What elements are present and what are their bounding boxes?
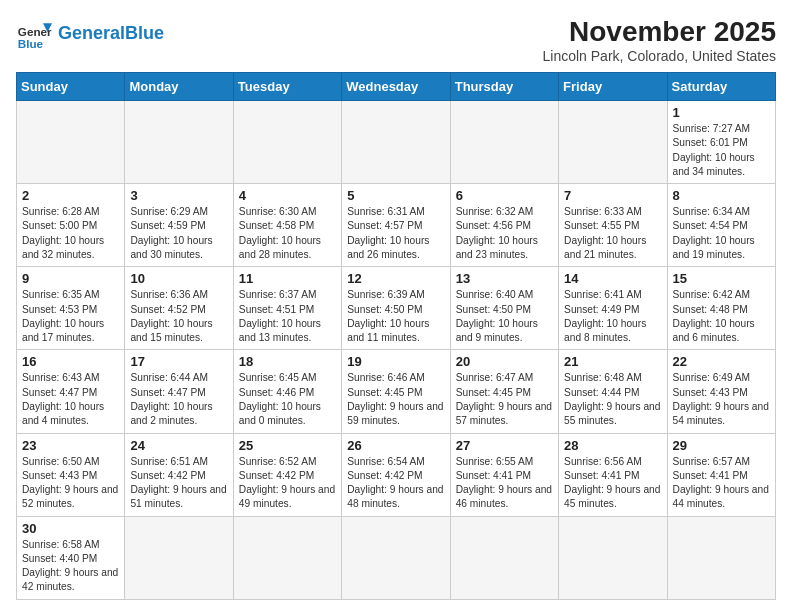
month-title: November 2025 — [543, 16, 776, 48]
day-cell: 12Sunrise: 6:39 AM Sunset: 4:50 PM Dayli… — [342, 267, 450, 350]
day-info: Sunrise: 6:34 AM Sunset: 4:54 PM Dayligh… — [673, 205, 770, 262]
day-info: Sunrise: 6:49 AM Sunset: 4:43 PM Dayligh… — [673, 371, 770, 428]
logo-icon: General Blue — [16, 16, 52, 52]
day-number: 30 — [22, 521, 119, 536]
day-cell: 19Sunrise: 6:46 AM Sunset: 4:45 PM Dayli… — [342, 350, 450, 433]
day-info: Sunrise: 6:31 AM Sunset: 4:57 PM Dayligh… — [347, 205, 444, 262]
page-header: General Blue GeneralBlue November 2025 L… — [16, 16, 776, 64]
column-header-monday: Monday — [125, 73, 233, 101]
day-info: Sunrise: 6:51 AM Sunset: 4:42 PM Dayligh… — [130, 455, 227, 512]
day-info: Sunrise: 6:41 AM Sunset: 4:49 PM Dayligh… — [564, 288, 661, 345]
day-number: 10 — [130, 271, 227, 286]
day-number: 5 — [347, 188, 444, 203]
day-cell: 9Sunrise: 6:35 AM Sunset: 4:53 PM Daylig… — [17, 267, 125, 350]
week-row-4: 16Sunrise: 6:43 AM Sunset: 4:47 PM Dayli… — [17, 350, 776, 433]
day-info: Sunrise: 6:32 AM Sunset: 4:56 PM Dayligh… — [456, 205, 553, 262]
title-block: November 2025 Lincoln Park, Colorado, Un… — [543, 16, 776, 64]
day-cell — [342, 101, 450, 184]
day-info: Sunrise: 6:54 AM Sunset: 4:42 PM Dayligh… — [347, 455, 444, 512]
day-cell: 24Sunrise: 6:51 AM Sunset: 4:42 PM Dayli… — [125, 433, 233, 516]
day-cell — [233, 516, 341, 599]
day-number: 22 — [673, 354, 770, 369]
day-number: 13 — [456, 271, 553, 286]
day-cell — [559, 516, 667, 599]
day-number: 26 — [347, 438, 444, 453]
day-cell — [450, 101, 558, 184]
day-cell: 30Sunrise: 6:58 AM Sunset: 4:40 PM Dayli… — [17, 516, 125, 599]
column-header-thursday: Thursday — [450, 73, 558, 101]
day-info: Sunrise: 6:35 AM Sunset: 4:53 PM Dayligh… — [22, 288, 119, 345]
day-info: Sunrise: 6:29 AM Sunset: 4:59 PM Dayligh… — [130, 205, 227, 262]
day-cell: 29Sunrise: 6:57 AM Sunset: 4:41 PM Dayli… — [667, 433, 775, 516]
day-info: Sunrise: 6:30 AM Sunset: 4:58 PM Dayligh… — [239, 205, 336, 262]
day-cell: 16Sunrise: 6:43 AM Sunset: 4:47 PM Dayli… — [17, 350, 125, 433]
day-cell: 1Sunrise: 7:27 AM Sunset: 6:01 PM Daylig… — [667, 101, 775, 184]
day-cell: 22Sunrise: 6:49 AM Sunset: 4:43 PM Dayli… — [667, 350, 775, 433]
day-cell — [233, 101, 341, 184]
location: Lincoln Park, Colorado, United States — [543, 48, 776, 64]
day-number: 21 — [564, 354, 661, 369]
day-number: 15 — [673, 271, 770, 286]
day-number: 29 — [673, 438, 770, 453]
day-number: 18 — [239, 354, 336, 369]
day-number: 23 — [22, 438, 119, 453]
week-row-2: 2Sunrise: 6:28 AM Sunset: 5:00 PM Daylig… — [17, 184, 776, 267]
column-header-saturday: Saturday — [667, 73, 775, 101]
day-number: 28 — [564, 438, 661, 453]
day-info: Sunrise: 6:39 AM Sunset: 4:50 PM Dayligh… — [347, 288, 444, 345]
week-row-6: 30Sunrise: 6:58 AM Sunset: 4:40 PM Dayli… — [17, 516, 776, 599]
day-number: 2 — [22, 188, 119, 203]
day-number: 8 — [673, 188, 770, 203]
day-info: Sunrise: 6:50 AM Sunset: 4:43 PM Dayligh… — [22, 455, 119, 512]
day-number: 6 — [456, 188, 553, 203]
day-info: Sunrise: 6:56 AM Sunset: 4:41 PM Dayligh… — [564, 455, 661, 512]
column-header-wednesday: Wednesday — [342, 73, 450, 101]
day-cell — [450, 516, 558, 599]
day-cell: 26Sunrise: 6:54 AM Sunset: 4:42 PM Dayli… — [342, 433, 450, 516]
day-info: Sunrise: 6:44 AM Sunset: 4:47 PM Dayligh… — [130, 371, 227, 428]
calendar-table: SundayMondayTuesdayWednesdayThursdayFrid… — [16, 72, 776, 600]
day-cell — [342, 516, 450, 599]
day-number: 17 — [130, 354, 227, 369]
day-info: Sunrise: 6:45 AM Sunset: 4:46 PM Dayligh… — [239, 371, 336, 428]
day-cell: 27Sunrise: 6:55 AM Sunset: 4:41 PM Dayli… — [450, 433, 558, 516]
day-number: 3 — [130, 188, 227, 203]
day-cell: 25Sunrise: 6:52 AM Sunset: 4:42 PM Dayli… — [233, 433, 341, 516]
day-cell: 5Sunrise: 6:31 AM Sunset: 4:57 PM Daylig… — [342, 184, 450, 267]
day-number: 7 — [564, 188, 661, 203]
day-number: 20 — [456, 354, 553, 369]
day-cell: 21Sunrise: 6:48 AM Sunset: 4:44 PM Dayli… — [559, 350, 667, 433]
day-cell: 7Sunrise: 6:33 AM Sunset: 4:55 PM Daylig… — [559, 184, 667, 267]
day-cell — [125, 101, 233, 184]
day-number: 25 — [239, 438, 336, 453]
day-cell: 8Sunrise: 6:34 AM Sunset: 4:54 PM Daylig… — [667, 184, 775, 267]
day-info: Sunrise: 6:28 AM Sunset: 5:00 PM Dayligh… — [22, 205, 119, 262]
day-cell: 28Sunrise: 6:56 AM Sunset: 4:41 PM Dayli… — [559, 433, 667, 516]
column-header-friday: Friday — [559, 73, 667, 101]
day-number: 4 — [239, 188, 336, 203]
logo-blue: Blue — [125, 23, 164, 43]
week-row-3: 9Sunrise: 6:35 AM Sunset: 4:53 PM Daylig… — [17, 267, 776, 350]
day-number: 24 — [130, 438, 227, 453]
day-cell: 20Sunrise: 6:47 AM Sunset: 4:45 PM Dayli… — [450, 350, 558, 433]
day-info: Sunrise: 7:27 AM Sunset: 6:01 PM Dayligh… — [673, 122, 770, 179]
day-cell: 6Sunrise: 6:32 AM Sunset: 4:56 PM Daylig… — [450, 184, 558, 267]
day-cell: 18Sunrise: 6:45 AM Sunset: 4:46 PM Dayli… — [233, 350, 341, 433]
week-row-5: 23Sunrise: 6:50 AM Sunset: 4:43 PM Dayli… — [17, 433, 776, 516]
week-row-1: 1Sunrise: 7:27 AM Sunset: 6:01 PM Daylig… — [17, 101, 776, 184]
logo-text: GeneralBlue — [58, 24, 164, 44]
day-info: Sunrise: 6:33 AM Sunset: 4:55 PM Dayligh… — [564, 205, 661, 262]
day-info: Sunrise: 6:55 AM Sunset: 4:41 PM Dayligh… — [456, 455, 553, 512]
day-info: Sunrise: 6:36 AM Sunset: 4:52 PM Dayligh… — [130, 288, 227, 345]
day-number: 19 — [347, 354, 444, 369]
day-cell: 17Sunrise: 6:44 AM Sunset: 4:47 PM Dayli… — [125, 350, 233, 433]
day-info: Sunrise: 6:40 AM Sunset: 4:50 PM Dayligh… — [456, 288, 553, 345]
logo-general: General — [58, 23, 125, 43]
day-number: 27 — [456, 438, 553, 453]
day-info: Sunrise: 6:43 AM Sunset: 4:47 PM Dayligh… — [22, 371, 119, 428]
day-info: Sunrise: 6:58 AM Sunset: 4:40 PM Dayligh… — [22, 538, 119, 595]
day-info: Sunrise: 6:48 AM Sunset: 4:44 PM Dayligh… — [564, 371, 661, 428]
day-cell — [667, 516, 775, 599]
calendar-header-row: SundayMondayTuesdayWednesdayThursdayFrid… — [17, 73, 776, 101]
day-cell: 14Sunrise: 6:41 AM Sunset: 4:49 PM Dayli… — [559, 267, 667, 350]
